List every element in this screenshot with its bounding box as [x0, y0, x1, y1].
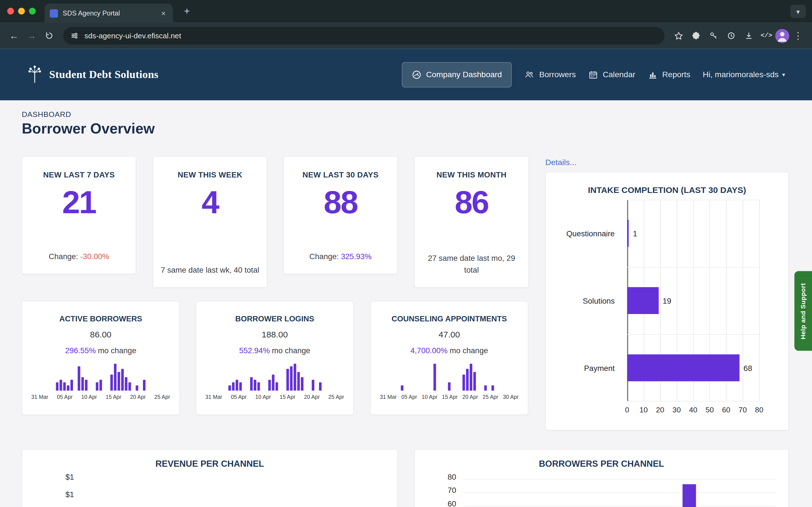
y-tick-label: $1 — [51, 490, 74, 507]
bar — [682, 484, 696, 507]
spark-bar — [275, 383, 278, 391]
reload-icon — [45, 31, 54, 40]
y-tick-label: 80 — [434, 472, 456, 486]
chevron-down-icon: ▾ — [782, 71, 785, 78]
history-button[interactable] — [722, 27, 740, 45]
reload-button[interactable] — [40, 27, 58, 45]
nav-label: Calendar — [603, 70, 636, 79]
stat-value: 4 — [202, 185, 218, 219]
x-tick-label: 0 — [625, 406, 629, 414]
intake-categories: QuestionnaireSolutionsPayment — [546, 200, 621, 401]
gridline — [463, 493, 776, 493]
dashboard-icon — [412, 69, 421, 79]
stat-caption: 27 same date last mo, 29 total — [421, 252, 522, 276]
spark-bar — [462, 374, 465, 390]
metric-change: 4,700.00%mo change — [410, 346, 488, 355]
intake-xticks: 01020304050607080 — [627, 406, 759, 416]
borrowers-per-channel-card: BORROWERS PER CHANNEL 807060 — [414, 449, 789, 507]
stat-card-new-last-30-days: NEW LAST 30 DAYS 88 Change: 325.93% — [283, 156, 398, 274]
metric-change: 552.94%mo change — [239, 346, 310, 355]
page-title: Borrower Overview — [22, 121, 155, 137]
stat-caption: Change: 325.93% — [309, 251, 371, 262]
revenue-yticks: $1$1 — [51, 472, 74, 507]
devtools-button[interactable]: </> — [758, 27, 775, 45]
metric-title: BORROWER LOGINS — [235, 314, 314, 323]
stat-caption: Change: -30.00% — [49, 251, 109, 262]
revenue-chart-title: REVENUE PER CHANNEL — [22, 459, 397, 469]
downloads-button[interactable] — [740, 27, 758, 45]
spark-bar — [484, 385, 487, 391]
profile-avatar[interactable] — [775, 29, 790, 43]
nav-label: Company Dashboard — [426, 70, 502, 79]
x-tick-label: 80 — [755, 406, 763, 414]
sparkline — [33, 363, 168, 391]
spark-bar — [78, 367, 80, 391]
stat-title: NEW LAST 7 DAYS — [43, 170, 115, 179]
help-and-support-tab[interactable]: Help and Support — [795, 271, 812, 351]
spark-bar — [129, 383, 131, 391]
gridline — [463, 506, 776, 506]
revenue-per-channel-card: REVENUE PER CHANNEL $1$1 — [22, 449, 398, 507]
nav-calendar[interactable]: Calendar — [588, 69, 635, 79]
spark-bar — [85, 380, 87, 391]
x-tick-label: 20 — [656, 406, 665, 414]
url-text[interactable]: sds-agency-ui-dev.efiscal.net — [84, 32, 181, 40]
bookmark-button[interactable] — [670, 27, 687, 45]
new-tab-button[interactable]: + — [180, 5, 194, 18]
extensions-button[interactable] — [687, 27, 705, 45]
window-close-button[interactable] — [7, 8, 14, 15]
tab-close-icon[interactable]: × — [159, 8, 168, 18]
nav-reports[interactable]: Reports — [648, 69, 690, 79]
x-tick-label: 60 — [722, 406, 730, 414]
intake-plot: 11968 — [627, 200, 759, 401]
x-tick-label: 40 — [689, 406, 698, 414]
spark-x-label: 20 Apr — [304, 394, 320, 400]
y-tick-label: $1 — [51, 472, 74, 490]
tab-search-chevron-icon[interactable]: ▾ — [790, 5, 806, 18]
spark-bar — [114, 363, 116, 391]
spark-bar — [250, 377, 252, 391]
extensions-puzzle-icon — [691, 31, 701, 40]
borrowers-chart-title: BORROWERS PER CHANNEL — [415, 459, 788, 469]
spark-bar — [290, 367, 292, 391]
spark-bar — [117, 372, 120, 391]
main-nav: Company Dashboard Borrowers — [402, 62, 785, 87]
metric-title: COUNSELING APPOINTMENTS — [392, 314, 507, 323]
spark-x-label: 31 Mar — [31, 394, 48, 400]
spark-bar — [81, 377, 84, 391]
brand[interactable]: Student Debt Solutions — [27, 65, 158, 83]
spark-bar — [232, 383, 234, 391]
bar-chart-icon — [648, 69, 658, 79]
x-tick-label: 30 — [672, 406, 681, 414]
intake-chart-title: INTAKE COMPLETION (LAST 30 DAYS) — [546, 185, 788, 195]
key-icon — [709, 31, 718, 40]
details-link[interactable]: Details... — [545, 158, 576, 167]
history-clock-icon — [726, 31, 736, 40]
user-menu[interactable]: Hi, mariomorales-sds ▾ — [703, 70, 785, 79]
spark-bar — [67, 385, 69, 391]
bar — [627, 220, 629, 247]
metric-card-active-borrowers: ACTIVE BORROWERS 86.00 296.55%mo change … — [22, 301, 180, 415]
spark-bar — [268, 380, 271, 391]
stat-caption: 7 same date last wk, 40 total — [161, 264, 259, 276]
spark-bar — [401, 385, 403, 391]
spark-bar — [143, 380, 146, 391]
password-manager-button[interactable] — [705, 27, 722, 45]
window-zoom-button[interactable] — [29, 8, 36, 15]
window-minimize-button[interactable] — [18, 8, 25, 15]
browser-toolbar: ← → sds-agency-ui-dev.efiscal.net — [0, 23, 812, 49]
spark-bar — [257, 383, 260, 391]
browser-menu-button[interactable]: ⋮ — [789, 27, 807, 45]
app-header: Student Debt Solutions Company Dashboard — [0, 49, 812, 101]
spark-bar — [236, 380, 238, 391]
spark-x-label: 30 Apr — [503, 394, 519, 400]
brand-logo-icon — [27, 65, 43, 83]
browser-tab[interactable]: SDS Agency Portal × — [45, 4, 173, 23]
back-button[interactable]: ← — [5, 27, 22, 45]
nav-company-dashboard[interactable]: Company Dashboard — [402, 62, 512, 87]
site-settings-icon[interactable] — [70, 32, 79, 40]
sparkline-x-labels: 31 Mar05 Apr10 Apr15 Apr20 Apr25 Apr — [205, 394, 344, 400]
url-bar[interactable]: sds-agency-ui-dev.efiscal.net — [63, 27, 664, 45]
forward-button[interactable]: → — [23, 27, 40, 45]
nav-borrowers[interactable]: Borrowers — [524, 69, 576, 79]
